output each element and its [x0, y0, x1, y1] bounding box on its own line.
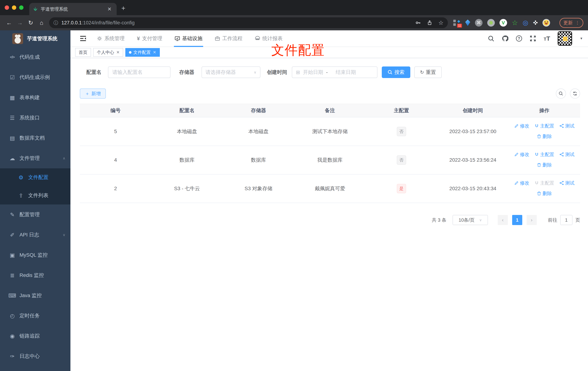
eye-extension-icon[interactable]: ◎ [523, 19, 528, 27]
nav-item-workflow[interactable]: 工作流程 [209, 30, 249, 47]
sidebar-item-java-monitor[interactable]: ⌨Java 监控 [0, 285, 70, 306]
kite-extension-icon[interactable] [465, 20, 470, 26]
forward-icon[interactable]: → [14, 20, 25, 26]
date-range-picker[interactable]: ⊞ 开始日期 - 结束日期 [292, 66, 378, 78]
close-window-button[interactable] [5, 5, 9, 10]
test-link[interactable]: 测试 [559, 122, 575, 129]
sidebar-item-redis-monitor[interactable]: ≣Redis 监控 [0, 265, 70, 285]
new-tab-button[interactable]: + [121, 5, 125, 11]
password-key-icon[interactable] [415, 20, 421, 26]
notes-extension-icon[interactable]: ◆ 11 [453, 19, 461, 27]
home-icon[interactable]: ⌂ [36, 20, 47, 26]
test-link[interactable]: 测试 [559, 151, 575, 158]
search-icon[interactable] [488, 35, 494, 42]
page-1-button[interactable]: 1 [512, 215, 522, 225]
pagination: 共 3 条 10条/页 ∨ ‹ 1 › 前往 页 [80, 215, 580, 225]
name-filter-input[interactable] [108, 66, 170, 78]
user-avatar-qr[interactable] [558, 31, 572, 46]
sidebar-item-api-log[interactable]: ✐API 日志∨ [0, 225, 70, 245]
avatar-dropdown-icon[interactable]: ▼ [580, 37, 583, 41]
page-unit-label: 页 [575, 217, 580, 223]
sidebar-item-label: 代码生成 [20, 54, 40, 61]
search-icon [558, 91, 563, 96]
table-toolbar: ＋ 新增 [80, 88, 580, 99]
sidebar-item-code-gen[interactable]: </>代码生成 [0, 47, 70, 67]
share-icon[interactable] [427, 20, 432, 26]
font-size-icon[interactable]: TT [544, 35, 550, 42]
fullscreen-icon[interactable] [530, 35, 536, 42]
command-extension-icon[interactable]: ⌘ [475, 19, 483, 27]
test-link[interactable]: 测试 [559, 179, 575, 187]
browser-tab[interactable]: 芋道管理系统 ✕ [29, 3, 117, 15]
sidebar-item-config-manage[interactable]: ✎配置管理 [0, 204, 70, 225]
refresh-table-button[interactable] [570, 88, 580, 99]
help-icon[interactable]: ? [516, 35, 522, 42]
close-icon[interactable]: ✕ [152, 50, 156, 55]
master-link[interactable]: 主配置 [534, 151, 554, 158]
sidebar-item-log-center[interactable]: ✑日志中心 [0, 346, 70, 366]
chrome-menu-icon[interactable]: ⋮ [575, 20, 579, 25]
github-icon[interactable] [502, 35, 508, 42]
reset-button[interactable]: ↻ 重置 [414, 66, 442, 78]
tag-home[interactable]: 首页 [75, 48, 91, 57]
sidebar-item-cron-job[interactable]: ◴定时任务 [0, 306, 70, 326]
close-icon[interactable]: ✕ [116, 50, 120, 55]
zoom-window-button[interactable] [19, 5, 23, 10]
back-icon[interactable]: ← [4, 20, 14, 26]
star-extension-icon[interactable]: ☆ [512, 19, 518, 27]
page-size-select[interactable]: 10条/页 ∨ [452, 215, 488, 225]
delete-link[interactable]: 删除 [537, 133, 552, 140]
sidebar-item-file-list[interactable]: ⇪文件列表 [0, 186, 70, 204]
annotation-title: 文件配置 [271, 42, 325, 59]
prev-page-button[interactable]: ‹ [498, 215, 508, 225]
sidebar-item-db-doc[interactable]: ▤数据库文档 [0, 128, 70, 148]
minimize-window-button[interactable] [12, 5, 16, 10]
sidebar-item-code-gen-demo[interactable]: ☑代码生成示例 [0, 67, 70, 87]
puzzle-extensions-icon[interactable]: ✜ [533, 19, 538, 26]
tag-profile[interactable]: 个人中心✕ [93, 48, 123, 57]
search-button[interactable]: 搜索 [382, 66, 410, 78]
nav-item-system[interactable]: 系统管理 [91, 30, 131, 47]
sidebar-item-system-api[interactable]: ☰系统接口 [0, 108, 70, 128]
nav-item-payment[interactable]: ¥支付管理 [131, 30, 168, 47]
profile-avatar[interactable] [543, 19, 550, 27]
site-info-icon[interactable]: ⓘ [53, 20, 58, 26]
sidebar-item-trace[interactable]: ◉链路追踪 [0, 326, 70, 346]
cell-actions: 修改主配置测试删除 [509, 117, 580, 146]
browser-toolbar: ← → ↻ ⌂ ⓘ 127.0.0.1:1024/infra/file/file… [0, 15, 588, 30]
delete-link[interactable]: 删除 [537, 190, 552, 197]
sidebar-item-form-builder[interactable]: ▦表单构建 [0, 87, 70, 108]
chrome-update-button[interactable]: 更新⋮ [559, 18, 583, 28]
sidebar-item-file-manage[interactable]: ☁文件管理∧ [0, 148, 70, 168]
gear-icon [97, 36, 102, 41]
plus-icon: ＋ [85, 91, 90, 97]
dot-extension-icon[interactable] [487, 19, 495, 27]
collapse-sidebar-icon[interactable] [80, 36, 86, 41]
sidebar-logo[interactable]: 芋道管理系统 [0, 30, 70, 47]
add-button[interactable]: ＋ 新增 [80, 88, 106, 99]
sidebar-item-mysql-monitor[interactable]: ▣MySQL 监控 [0, 245, 70, 265]
master-link[interactable]: 主配置 [534, 179, 554, 187]
cell-master: 是 [366, 174, 437, 203]
storage-filter-select[interactable]: 请选择存储器 ∨ [201, 66, 260, 78]
tag-file-config[interactable]: 文件配置✕ [125, 48, 160, 57]
page-goto-input[interactable] [560, 215, 572, 225]
reload-icon[interactable]: ↻ [25, 19, 36, 26]
column-header: 备注 [294, 104, 366, 117]
tab-close-icon[interactable]: ✕ [106, 6, 113, 12]
edit-link[interactable]: 修改 [514, 179, 529, 187]
toggle-search-button[interactable] [556, 88, 566, 99]
next-page-button[interactable]: › [527, 215, 537, 225]
v-extension-icon[interactable]: V [500, 19, 507, 27]
delete-link[interactable]: 删除 [537, 161, 552, 169]
nav-item-infra[interactable]: 基础设施 [168, 30, 209, 47]
edit-link[interactable]: 修改 [514, 151, 529, 158]
sidebar-item-file-config[interactable]: ⚙文件配置 [0, 168, 70, 186]
monitor-icon: ▣ [8, 252, 17, 258]
edit-link[interactable]: 修改 [514, 122, 529, 129]
address-bar[interactable]: ⓘ 127.0.0.1:1024/infra/file/file-config … [49, 17, 448, 28]
master-link[interactable]: 主配置 [534, 122, 554, 129]
window-controls [5, 5, 23, 10]
file-config-table: 编号配置名存储器备注主配置创建时间操作 5本地磁盘本地磁盘测试下本地存储否202… [80, 104, 580, 203]
bookmark-star-icon[interactable]: ☆ [438, 19, 443, 26]
